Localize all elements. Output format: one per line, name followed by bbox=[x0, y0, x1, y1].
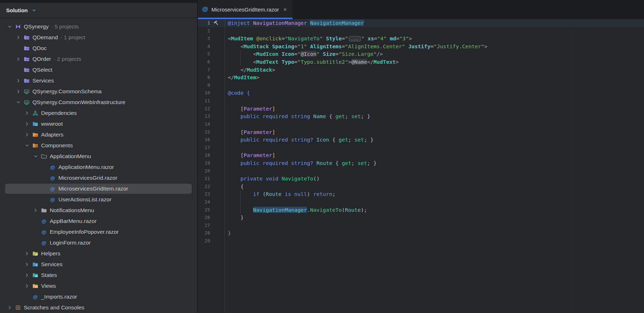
tree-item-loginform-razor[interactable]: @LoginForm.razor bbox=[0, 237, 197, 248]
code-line-25[interactable]: 25 NavigationManager.NavigateTo(Route); bbox=[198, 206, 644, 214]
tool-window-header[interactable]: Solution bbox=[0, 3, 197, 18]
tab-microservicesgriditem-razor[interactable]: @ MicroservicesGridItem.razor × bbox=[198, 0, 293, 19]
chevron-down-icon[interactable] bbox=[31, 153, 40, 159]
code-line-13[interactable]: 13 public required string Name { get; se… bbox=[198, 112, 644, 120]
chevron-down-icon[interactable] bbox=[22, 143, 31, 148]
line-number[interactable]: 24 bbox=[198, 198, 210, 206]
line-number[interactable]: 8 bbox=[198, 73, 210, 81]
line-number[interactable]: 20 bbox=[198, 167, 210, 175]
code-line-29[interactable]: 29 bbox=[198, 237, 644, 245]
tree-item-qsynergy-commonschema[interactable]: C#QSynergy.CommonSchema bbox=[0, 86, 197, 97]
code-line-8[interactable]: 8</MudItem> bbox=[198, 73, 644, 81]
code-line-21[interactable]: 21 private void NavigateTo() bbox=[198, 175, 644, 183]
tree-item-helpers[interactable]: Helpers bbox=[0, 248, 197, 259]
chevron-right-icon[interactable] bbox=[5, 305, 14, 310]
line-number[interactable]: 6 bbox=[198, 58, 210, 66]
tree-item-employeeinfopopover-razor[interactable]: @EmployeeInfoPopover.razor bbox=[0, 227, 197, 237]
line-number[interactable]: 13 bbox=[198, 112, 210, 120]
tree-item-qorder[interactable]: QOrder· 2 projects bbox=[0, 54, 197, 64]
line-number[interactable]: 23 bbox=[198, 190, 210, 198]
code-line-12[interactable]: 12 [Parameter] bbox=[198, 105, 644, 113]
hammer-icon[interactable] bbox=[213, 20, 219, 26]
close-icon[interactable]: × bbox=[283, 6, 287, 13]
code-line-27[interactable]: 27 bbox=[198, 222, 644, 229]
tree-item-microservicesgrid-razor[interactable]: @MicroservicesGrid.razor bbox=[0, 173, 197, 183]
code-line-11[interactable]: 11 bbox=[198, 97, 644, 105]
tree-item-views[interactable]: Views bbox=[0, 281, 197, 291]
tree-item-dependencies[interactable]: Dependencies bbox=[0, 108, 197, 119]
line-number[interactable]: 19 bbox=[198, 159, 210, 167]
line-number[interactable]: 12 bbox=[198, 105, 210, 113]
line-number[interactable]: 25 bbox=[198, 206, 210, 214]
chevron-right-icon[interactable] bbox=[22, 110, 31, 116]
tree-item-states[interactable]: States bbox=[0, 270, 197, 281]
chevron-right-icon[interactable] bbox=[31, 207, 40, 213]
chevron-right-icon[interactable] bbox=[22, 132, 31, 138]
code-line-18[interactable]: 18 [Parameter] bbox=[198, 151, 644, 159]
code-line-28[interactable]: 28} bbox=[198, 229, 644, 237]
tree-item-qsynergy[interactable]: QSynergy· 5 projects bbox=[0, 21, 197, 32]
tree-item-qselect[interactable]: QSelect bbox=[0, 64, 197, 75]
code-line-7[interactable]: 7 </MudStack> bbox=[198, 66, 644, 74]
line-number[interactable]: 16 bbox=[198, 136, 210, 144]
chevron-right-icon[interactable] bbox=[14, 35, 23, 40]
line-number[interactable]: 28 bbox=[198, 229, 210, 237]
line-number[interactable]: 14 bbox=[198, 120, 210, 128]
line-number[interactable]: 29 bbox=[198, 237, 210, 245]
chevron-right-icon[interactable] bbox=[14, 78, 23, 84]
code-line-1[interactable]: 1@inject NavigationManager NavigationMan… bbox=[198, 19, 644, 27]
tree-item-useractionslist-razor[interactable]: @UserActionsList.razor bbox=[0, 194, 197, 205]
code-line-5[interactable]: 5 <MudIcon Icon="@Icon" Size="Size.Large… bbox=[198, 50, 644, 58]
tree-item-services[interactable]: Services bbox=[0, 75, 197, 86]
code-line-20[interactable]: 20 bbox=[198, 167, 644, 175]
code-line-2[interactable]: 2 bbox=[198, 27, 644, 35]
code-line-14[interactable]: 14 bbox=[198, 120, 644, 128]
code-line-26[interactable]: 26 } bbox=[198, 214, 644, 222]
code-line-3[interactable]: 3<MudItem @onclick="NavigateTo" Style=".… bbox=[198, 35, 644, 43]
line-number[interactable]: 18 bbox=[198, 151, 210, 159]
tree-item-scratches-and-consoles[interactable]: Scratches and Consoles bbox=[0, 302, 197, 313]
chevron-right-icon[interactable] bbox=[14, 89, 23, 94]
tree-item-qdemand[interactable]: QDemand· 1 project bbox=[0, 32, 197, 43]
tree-item-imports-razor[interactable]: @_Imports.razor bbox=[0, 291, 197, 302]
code-line-23[interactable]: 23 if (Route is null) return; bbox=[198, 190, 644, 198]
line-number[interactable]: 10 bbox=[198, 89, 210, 97]
line-number[interactable]: 3 bbox=[198, 35, 210, 43]
tree-item-wwwroot[interactable]: wwwroot bbox=[0, 119, 197, 129]
tree-item-notificationsmenu[interactable]: NotificationsMenu bbox=[0, 205, 197, 216]
tree-item-qsynergy-commonwebinfrastructure[interactable]: C#QSynergy.CommonWebInfrastructure bbox=[0, 97, 197, 108]
line-number[interactable]: 15 bbox=[198, 128, 210, 136]
chevron-right-icon[interactable] bbox=[22, 283, 31, 289]
code-line-9[interactable]: 9 bbox=[198, 81, 644, 89]
chevron-right-icon[interactable] bbox=[22, 261, 31, 267]
chevron-right-icon[interactable] bbox=[22, 272, 31, 278]
code-line-15[interactable]: 15 [Parameter] bbox=[198, 128, 644, 136]
tree-item-components[interactable]: Components bbox=[0, 140, 197, 151]
line-number[interactable]: 9 bbox=[198, 81, 210, 89]
tree-item-adapters[interactable]: Adapters bbox=[0, 129, 197, 140]
code-line-4[interactable]: 4 <MudStack Spacing="1" AlignItems="Alig… bbox=[198, 43, 644, 50]
tree-item-applicationmenu[interactable]: ApplicationMenu bbox=[0, 151, 197, 162]
line-number[interactable]: 2 bbox=[198, 27, 210, 35]
tree-item-appbarmenu-razor[interactable]: @AppBarMenu.razor bbox=[0, 216, 197, 227]
chevron-down-icon[interactable] bbox=[5, 24, 14, 30]
code-line-6[interactable]: 6 <MudText Typo="Typo.subtitle2">@Name</… bbox=[198, 58, 644, 66]
chevron-down-icon[interactable] bbox=[31, 8, 37, 13]
tree-item-applicationmenu-razor[interactable]: @ApplicationMenu.razor bbox=[0, 162, 197, 173]
tree-item-services[interactable]: Services bbox=[0, 259, 197, 270]
line-number[interactable]: 17 bbox=[198, 144, 210, 152]
line-number[interactable]: 21 bbox=[198, 175, 210, 183]
chevron-right-icon[interactable] bbox=[14, 56, 23, 62]
line-number[interactable]: 27 bbox=[198, 222, 210, 229]
tree-item-qdoc[interactable]: QDoc bbox=[0, 43, 197, 54]
code-line-10[interactable]: 10@code { bbox=[198, 89, 644, 97]
code-line-17[interactable]: 17 bbox=[198, 144, 644, 152]
code-line-24[interactable]: 24 bbox=[198, 198, 644, 206]
line-number[interactable]: 1 bbox=[198, 19, 210, 27]
chevron-down-icon[interactable] bbox=[14, 99, 23, 105]
line-number[interactable]: 11 bbox=[198, 97, 210, 105]
code-editor[interactable]: 1@inject NavigationManager NavigationMan… bbox=[198, 19, 644, 313]
line-number[interactable]: 7 bbox=[198, 66, 210, 74]
code-line-16[interactable]: 16 public required string? Icon { get; s… bbox=[198, 136, 644, 144]
line-number[interactable]: 26 bbox=[198, 214, 210, 222]
